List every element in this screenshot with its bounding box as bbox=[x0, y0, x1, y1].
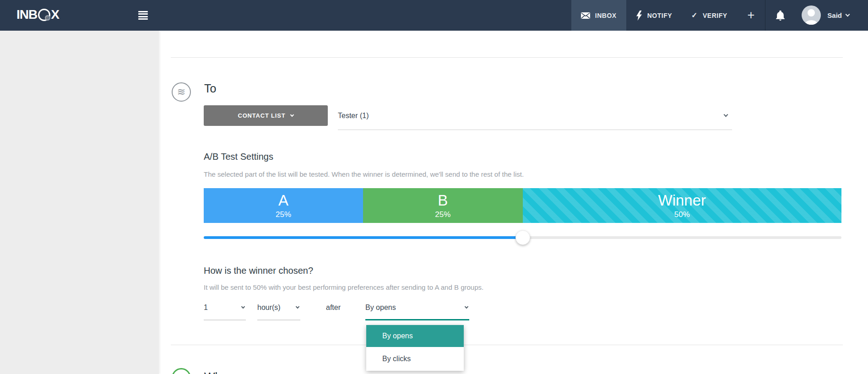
navbar-right: INBOX NOTIFY ✓ VERIFY + Said bbox=[571, 0, 868, 31]
next-section-title: Wh bbox=[204, 370, 222, 374]
envelope-icon bbox=[581, 12, 590, 19]
slider-handle[interactable] bbox=[515, 230, 530, 245]
add-button[interactable]: + bbox=[737, 0, 765, 31]
group-a-label: A bbox=[278, 192, 288, 209]
chevron-down-icon bbox=[296, 305, 299, 309]
tab-inbox[interactable]: INBOX bbox=[571, 0, 626, 31]
logo-text-suffix: X bbox=[51, 7, 59, 22]
group-b-bar: B 25% bbox=[363, 188, 522, 223]
tab-verify-label: VERIFY bbox=[703, 12, 727, 19]
winner-section-title: How is the winner chosen? bbox=[204, 266, 313, 276]
tab-notify[interactable]: NOTIFY bbox=[626, 0, 682, 31]
chevron-down-icon bbox=[290, 113, 294, 117]
user-name: Said bbox=[827, 11, 842, 19]
group-b-percent: 25% bbox=[435, 210, 450, 219]
check-icon: ✓ bbox=[691, 11, 698, 20]
duration-unit-select[interactable]: hour(s) bbox=[257, 300, 300, 320]
tab-notify-label: NOTIFY bbox=[647, 12, 672, 19]
plus-icon: + bbox=[748, 8, 755, 22]
ab-test-bars: A 25% B 25% Winner 50% bbox=[204, 188, 841, 223]
duration-unit: hour(s) bbox=[257, 304, 281, 312]
left-sidebar bbox=[0, 31, 159, 374]
chevron-down-icon bbox=[724, 113, 728, 117]
app-logo[interactable]: INB @ X bbox=[16, 7, 59, 22]
lightning-icon bbox=[636, 11, 642, 21]
logo-o-icon: @ bbox=[38, 9, 50, 21]
chevron-down-icon bbox=[465, 305, 468, 309]
contact-list-select[interactable]: Tester (1) bbox=[338, 108, 732, 130]
winner-label: Winner bbox=[658, 192, 706, 209]
duration-value-select[interactable]: 1 bbox=[204, 300, 246, 320]
group-a-percent: 25% bbox=[276, 210, 291, 219]
slider-fill bbox=[204, 236, 523, 239]
next-step-icon bbox=[172, 368, 191, 374]
criteria-value: By opens bbox=[365, 304, 396, 312]
top-navbar: INB @ X INBOX NOTIFY ✓ VERIFY + bbox=[0, 0, 868, 31]
to-step-icon: ≋ bbox=[172, 82, 191, 102]
criteria-select[interactable]: By opens bbox=[365, 300, 469, 320]
tab-verify[interactable]: ✓ VERIFY bbox=[682, 0, 737, 31]
tab-inbox-label: INBOX bbox=[595, 12, 617, 19]
notifications-button[interactable] bbox=[765, 0, 795, 31]
duration-value: 1 bbox=[204, 304, 208, 312]
group-a-bar: A 25% bbox=[204, 188, 363, 223]
winner-section-description: It will be sent to 50% with your best pe… bbox=[204, 283, 483, 291]
section-divider-bottom bbox=[171, 345, 843, 345]
option-by-clicks[interactable]: By clicks bbox=[366, 347, 464, 371]
chevron-down-icon bbox=[846, 12, 850, 17]
to-section-title: To bbox=[204, 82, 216, 95]
menu-icon[interactable] bbox=[138, 11, 148, 20]
ab-test-title: A/B Test Settings bbox=[204, 152, 273, 162]
winner-bar: Winner 50% bbox=[523, 188, 842, 223]
user-avatar[interactable] bbox=[802, 5, 821, 25]
bell-icon bbox=[776, 11, 785, 21]
ab-split-slider[interactable] bbox=[204, 230, 841, 245]
contact-list-button-label: CONTACT LIST bbox=[238, 112, 286, 119]
user-menu[interactable]: Said bbox=[827, 0, 868, 31]
criteria-dropdown-menu: By opens By clicks bbox=[366, 325, 464, 371]
waves-icon: ≋ bbox=[177, 86, 185, 98]
ab-test-description: The selected part of the list will be te… bbox=[204, 170, 524, 178]
logo-text-prefix: INB bbox=[16, 7, 37, 22]
contact-list-value: Tester (1) bbox=[338, 112, 369, 120]
section-divider-top bbox=[171, 57, 843, 58]
contact-list-button[interactable]: CONTACT LIST bbox=[204, 105, 328, 126]
chevron-down-icon bbox=[241, 305, 245, 309]
group-b-label: B bbox=[438, 192, 448, 209]
main-content: ≋ To CONTACT LIST Tester (1) A/B Test Se… bbox=[159, 31, 868, 374]
option-by-opens[interactable]: By opens bbox=[366, 325, 464, 347]
winner-percent: 50% bbox=[674, 210, 690, 219]
avatar-person-icon bbox=[808, 9, 815, 16]
logo-badge: @ bbox=[45, 15, 50, 21]
after-label: after bbox=[326, 304, 341, 312]
